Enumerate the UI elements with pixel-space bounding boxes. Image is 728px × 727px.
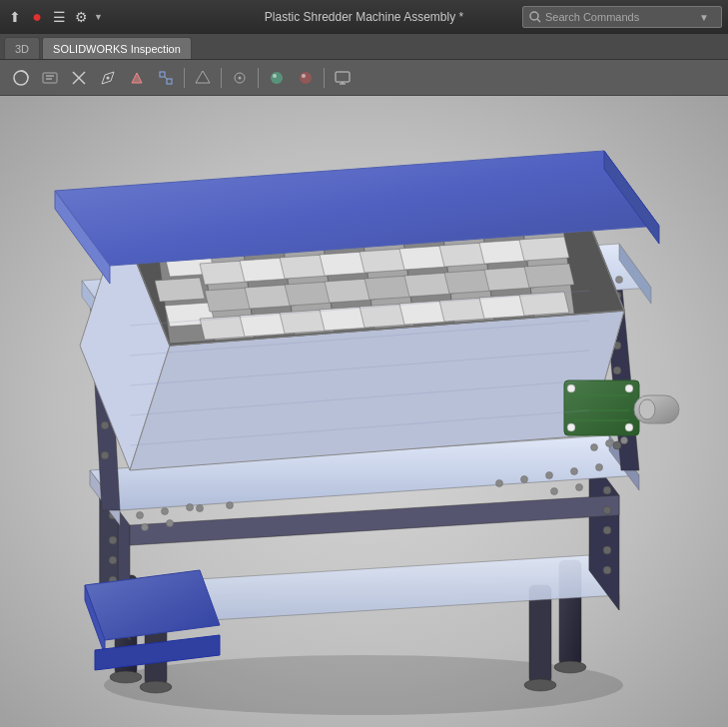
svg-marker-148 [519, 237, 569, 261]
svg-point-46 [603, 486, 611, 494]
svg-point-168 [591, 444, 598, 451]
svg-point-75 [101, 451, 109, 459]
svg-point-17 [300, 72, 312, 84]
svg-point-96 [616, 277, 623, 284]
svg-point-62 [197, 505, 204, 512]
svg-point-18 [302, 74, 306, 78]
separator-2 [221, 68, 222, 88]
svg-point-30 [554, 661, 586, 673]
svg-point-162 [625, 384, 633, 392]
search-dropdown-icon[interactable]: ▼ [699, 12, 709, 23]
svg-line-1 [537, 19, 540, 22]
cut-tool-btn[interactable] [66, 65, 92, 91]
svg-point-60 [571, 468, 578, 475]
svg-point-49 [603, 546, 611, 554]
svg-point-65 [551, 488, 558, 495]
svg-point-161 [567, 384, 575, 392]
svg-rect-10 [167, 79, 172, 84]
toolbar [0, 60, 728, 96]
origin-btn[interactable] [227, 65, 253, 91]
svg-point-67 [167, 520, 174, 527]
svg-point-42 [109, 536, 117, 544]
svg-marker-113 [155, 278, 205, 302]
tab-solidworks-inspection[interactable]: SOLIDWORKS Inspection [42, 37, 192, 59]
svg-point-163 [567, 423, 575, 431]
svg-point-31 [524, 679, 556, 691]
titlebar: ⬆ ● ☰ ⚙ ▼ Plastic Shredder Machine Assem… [0, 0, 728, 34]
render-btn[interactable] [293, 65, 319, 91]
smart-dimension-btn[interactable] [37, 65, 63, 91]
solidworks-logo: ● [28, 8, 46, 26]
sketch-tool-btn[interactable] [95, 65, 121, 91]
svg-point-28 [110, 671, 142, 683]
display-btn[interactable] [264, 65, 290, 91]
svg-rect-19 [336, 72, 350, 82]
dropdown-arrow[interactable]: ▼ [94, 12, 103, 22]
svg-point-64 [576, 484, 583, 491]
svg-point-48 [603, 526, 611, 534]
tab-3d[interactable]: 3D [4, 37, 40, 59]
svg-line-11 [165, 77, 167, 79]
settings-icon[interactable]: ⚙ [72, 8, 90, 26]
svg-point-59 [546, 472, 553, 479]
svg-point-80 [613, 366, 621, 374]
svg-point-0 [530, 12, 538, 20]
separator-1 [184, 68, 185, 88]
rotate-tool-btn[interactable] [8, 65, 34, 91]
svg-point-54 [137, 512, 144, 519]
svg-point-14 [239, 76, 242, 79]
svg-point-57 [496, 480, 503, 487]
svg-point-50 [603, 566, 611, 574]
svg-marker-12 [196, 71, 210, 83]
tabbar: 3D SOLIDWORKS Inspection [0, 34, 728, 60]
search-input[interactable] [545, 11, 695, 23]
svg-point-47 [603, 506, 611, 514]
titlebar-left: ⬆ ● ☰ ⚙ ▼ [6, 8, 103, 26]
svg-point-8 [107, 76, 110, 79]
svg-point-169 [606, 440, 613, 447]
svg-point-55 [162, 508, 169, 515]
menu-icon[interactable]: ☰ [50, 8, 68, 26]
separator-3 [258, 68, 259, 88]
svg-point-56 [187, 504, 194, 511]
assembly-tool-btn[interactable] [153, 65, 179, 91]
search-icon [529, 11, 541, 23]
svg-point-63 [227, 502, 234, 509]
svg-point-83 [613, 441, 621, 449]
svg-point-74 [101, 421, 109, 429]
svg-point-43 [109, 556, 117, 564]
svg-marker-149 [524, 264, 574, 288]
separator-4 [324, 68, 325, 88]
viewport[interactable] [0, 96, 728, 727]
svg-point-160 [639, 399, 655, 419]
screen-btn[interactable] [330, 65, 356, 91]
svg-point-15 [271, 72, 283, 84]
feature-tool-btn[interactable] [124, 65, 150, 91]
svg-point-29 [140, 681, 172, 693]
svg-rect-3 [43, 73, 57, 83]
component-btn[interactable] [190, 65, 216, 91]
machine-3d-view [0, 96, 728, 727]
svg-point-16 [273, 74, 277, 78]
search-commands-box[interactable]: ▼ [522, 6, 722, 28]
svg-point-66 [142, 524, 149, 531]
svg-point-164 [625, 423, 633, 431]
svg-rect-9 [160, 72, 165, 77]
svg-point-58 [521, 476, 528, 483]
window-title: Plastic Shredder Machine Assembly * [265, 10, 463, 24]
svg-point-61 [596, 464, 603, 471]
cursor-icon[interactable]: ⬆ [6, 8, 24, 26]
svg-point-170 [621, 437, 628, 444]
